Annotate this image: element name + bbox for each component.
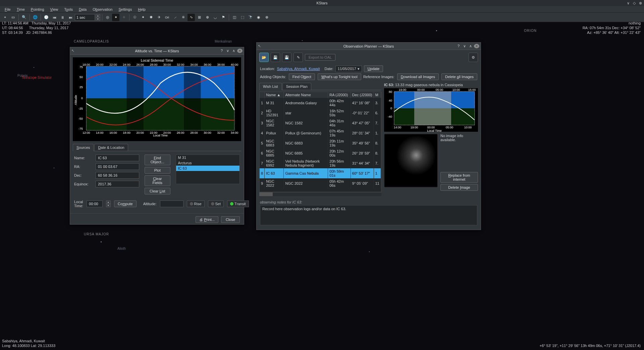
menu-tools[interactable]: Tools <box>61 7 75 12</box>
rise-button[interactable]: Rise <box>187 200 205 207</box>
op-open-icon[interactable]: 📂 <box>259 53 269 62</box>
menu-observation[interactable]: Observation <box>90 7 115 12</box>
op-location-link[interactable]: Sabahiya, Ahmadi, Kuwait <box>277 67 320 71</box>
toolbar-forward-icon[interactable]: ⏭ <box>67 14 74 21</box>
table-scrollbar[interactable] <box>259 192 381 196</box>
find-object-button[interactable]: Find Object... <box>145 155 170 165</box>
wish-list-table[interactable]: Name ▲Alternate NameRA (J2000)Dec (J2000… <box>259 92 381 192</box>
set-button[interactable]: Set <box>208 200 224 207</box>
toolbar-const-bound-icon[interactable]: ※ <box>179 14 187 21</box>
transit-button[interactable]: Transit <box>227 200 249 207</box>
toolbar-ground-icon[interactable]: ◡ <box>212 14 219 21</box>
altvt-max-icon[interactable]: ∧ <box>231 49 236 53</box>
table-row[interactable]: 4PolluxPollux (β Geminorum)07h 45m 19s28… <box>260 128 381 138</box>
object-list[interactable]: M 31 Arcturus IC 63 <box>176 155 240 184</box>
table-header[interactable]: RA (J2000) <box>328 92 351 98</box>
delete-all-button[interactable]: Delete all Images <box>441 73 477 80</box>
op-save-icon[interactable]: 💾 <box>271 53 280 62</box>
close-button[interactable]: Close <box>221 216 240 223</box>
menu-settings[interactable]: Settings <box>116 7 135 12</box>
toolbar-crosshair-icon[interactable]: ⊕ <box>263 14 270 21</box>
toolbar-telescope-icon[interactable]: 🔭 <box>247 14 254 21</box>
clear-fields-button[interactable]: Clear Fields <box>145 175 170 186</box>
toolbar-eq-grid-icon[interactable]: ⊞ <box>196 14 203 21</box>
print-button[interactable]: 🖨 Print... <box>196 216 218 223</box>
tab-session-plan[interactable]: Session Plan <box>282 83 311 90</box>
toolbar-fov-icon[interactable]: ◉ <box>255 14 262 21</box>
lt-down-icon[interactable]: ▾ <box>106 204 111 207</box>
op-close-icon[interactable]: × <box>474 44 479 48</box>
table-header[interactable] <box>260 92 265 98</box>
op-help-icon[interactable]: ? <box>456 44 461 48</box>
op-titlebar[interactable]: ↖ Observation Planner — KStars ? ∨ ∧ × <box>257 43 481 50</box>
tab-date-location[interactable]: Date & Location <box>94 144 128 151</box>
ra-input[interactable] <box>96 163 139 170</box>
toolbar-solar-icon[interactable]: ☉ <box>131 14 139 21</box>
altvt-pin-icon[interactable]: ↖ <box>71 49 74 53</box>
toolbar-deep-sky-icon[interactable]: ⁘ <box>120 14 127 21</box>
equinox-input[interactable] <box>96 181 139 187</box>
download-all-button[interactable]: Download all Images <box>397 73 439 80</box>
toolbar-flags-icon[interactable]: ⚑ <box>220 14 227 21</box>
toolbar-globe-icon[interactable]: 🌐 <box>32 14 39 21</box>
menu-file[interactable]: File <box>2 7 13 12</box>
lt-up-icon[interactable]: ▴ <box>106 200 111 204</box>
op-saveas-icon[interactable]: 💾 <box>282 53 291 62</box>
update-button[interactable]: Update <box>364 65 383 72</box>
toolbar-zoom-icon[interactable]: 🔍 <box>20 14 28 21</box>
menu-time[interactable]: Time <box>14 7 28 12</box>
toolbar-target-icon[interactable]: ◎ <box>104 14 111 21</box>
toolbar-supernova-icon[interactable]: ✺ <box>147 14 155 21</box>
local-time-input[interactable] <box>87 200 103 207</box>
tab-wish-list[interactable]: Wish List <box>259 83 282 90</box>
export-oal-button[interactable]: Export to OAL <box>305 54 335 61</box>
toolbar-time-step-field[interactable] <box>75 14 95 21</box>
altvt-close-icon[interactable]: × <box>237 49 243 53</box>
table-row[interactable]: 6NGC 6885NGC 688520h 12m 00s26° 28' 59"8… <box>260 148 381 158</box>
delete-image-button[interactable]: Delete Image <box>440 184 478 191</box>
tab-sources[interactable]: Sources <box>73 144 94 151</box>
toolbar-ori-icon[interactable]: Ori <box>163 14 171 21</box>
toolbar-whatsup-icon[interactable]: ◫ <box>231 14 238 21</box>
list-item[interactable]: Arcturus <box>176 160 239 166</box>
plot-button[interactable]: Plot <box>145 167 170 174</box>
table-row[interactable]: 7NGC 6992Veil Nebula (Network Nebula fra… <box>260 158 381 168</box>
toolbar-satellite-icon[interactable]: ✈ <box>155 14 163 21</box>
menu-view[interactable]: View <box>48 7 61 12</box>
menu-pointing[interactable]: Pointing <box>28 7 47 12</box>
altvt-help-icon[interactable]: ? <box>219 49 224 53</box>
notes-textarea[interactable]: Record here observation logs and/or data… <box>260 205 477 225</box>
menu-help[interactable]: Help <box>135 7 148 12</box>
table-row[interactable]: 9NGC 2022NGC 202205h 42m 06s9° 05' 09"11 <box>260 178 381 188</box>
toolbar-const-lines-icon[interactable]: ⟋ <box>171 14 179 21</box>
toolbar-pause-icon[interactable]: ⏸ <box>59 14 66 21</box>
toolbar-star-dark-icon[interactable]: ✦ <box>112 14 119 21</box>
toolbar-milkyway-icon[interactable]: ∿ <box>187 14 195 21</box>
op-max-icon[interactable]: ∧ <box>468 44 473 48</box>
table-header[interactable]: M <box>374 92 381 98</box>
toolbar-pointer-icon[interactable]: ⌖ <box>1 14 9 21</box>
compute-button[interactable]: Compute <box>114 200 137 207</box>
toolbar-star-icon[interactable]: ✦ <box>139 14 147 21</box>
find-object-button-op[interactable]: Find Object <box>289 73 315 80</box>
table-row[interactable]: 3NGC 1582NGC 158204h 31m 46s43° 47' 05"7… <box>260 118 381 128</box>
time-step-up-icon[interactable]: ▴ <box>96 14 100 17</box>
toolbar-clock-icon[interactable]: 🕒 <box>43 14 50 21</box>
window-minimize-icon[interactable]: ∨ <box>626 1 631 5</box>
op-settings-icon[interactable]: ⚙ <box>469 53 478 62</box>
toolbar-rewind-icon[interactable]: ⏮ <box>51 14 58 21</box>
whats-up-button[interactable]: What's up Tonight tool <box>318 73 361 80</box>
toolbar-hz-grid-icon[interactable]: ⊕ <box>204 14 211 21</box>
table-header[interactable]: Dec (J2000) <box>351 92 374 98</box>
op-min-icon[interactable]: ∨ <box>462 44 467 48</box>
table-row[interactable]: 5NGC 6883NGC 688320h 11m 19s35° 49' 56"8… <box>260 138 381 148</box>
window-close-icon[interactable]: ⊗ <box>638 1 643 5</box>
op-pin-icon[interactable]: ↖ <box>258 44 261 48</box>
table-header[interactable]: Alternate Name <box>284 92 328 98</box>
menu-data[interactable]: Data <box>76 7 89 12</box>
toolbar-ekos-icon[interactable]: ⬚ <box>239 14 246 21</box>
toolbar-select-icon[interactable]: ▭ <box>9 14 17 21</box>
op-date-field[interactable]: 11/05/2017▾ <box>335 66 362 72</box>
window-maximize-icon[interactable]: ◇ <box>632 1 637 5</box>
table-row[interactable]: 2HD 152391star16h 52m 59s-0° 01' 22"6. <box>260 108 381 118</box>
